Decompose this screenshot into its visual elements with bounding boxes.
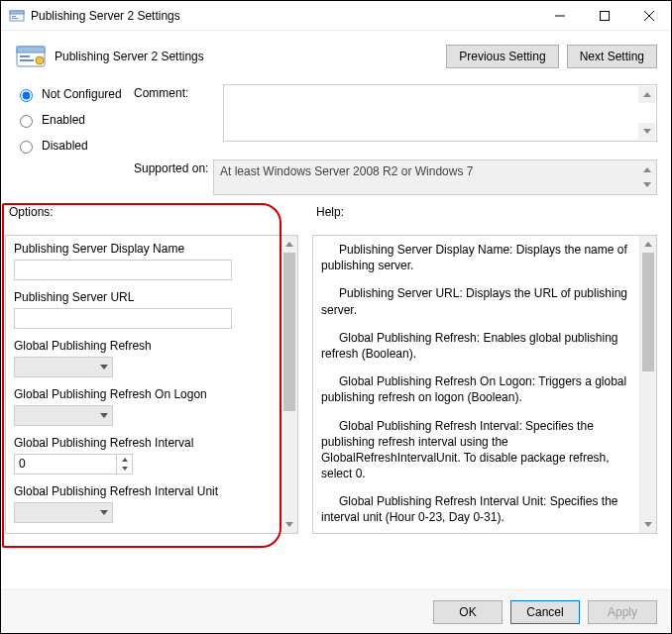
svg-rect-9	[17, 47, 45, 53]
option-group: Global Publishing Refresh	[14, 339, 273, 377]
svg-rect-1	[10, 11, 24, 14]
help-paragraph: Publishing Server URL: Displays the URL …	[321, 285, 631, 317]
state-radio-group: Not Configured Enabled Disabled	[15, 84, 134, 154]
radio-enabled[interactable]: Enabled	[15, 112, 134, 128]
help-label: Help:	[312, 205, 657, 219]
option-label: Publishing Server Display Name	[14, 242, 273, 256]
options-scroll-down[interactable]	[281, 516, 297, 533]
radio-enabled-input[interactable]	[20, 115, 33, 128]
help-panel: Help: Publishing Server Display Name: Di…	[312, 205, 657, 534]
spinner-down-icon[interactable]	[117, 465, 132, 475]
dialog-footer: OK Cancel Apply	[1, 589, 671, 633]
header: Publishing Server 2 Settings Previous Se…	[1, 31, 671, 78]
settings-window: Publishing Server 2 Settings Publishin	[0, 0, 672, 634]
svg-rect-10	[20, 55, 30, 57]
svg-rect-5	[600, 11, 609, 20]
comment-textarea[interactable]	[223, 84, 657, 142]
titlebar: Publishing Server 2 Settings	[1, 1, 671, 31]
options-panel: Options: Publishing Server Display NameP…	[5, 205, 298, 534]
comment-scroll-up[interactable]	[638, 86, 655, 103]
svg-point-12	[36, 56, 44, 64]
close-button[interactable]	[626, 1, 671, 30]
spinner-up-icon[interactable]	[117, 455, 132, 465]
radio-disabled[interactable]: Disabled	[15, 138, 134, 154]
apply-button[interactable]: Apply	[588, 600, 657, 624]
comment-label: Comment:	[134, 84, 223, 154]
options-label: Options:	[5, 205, 298, 219]
options-scroll-thumb[interactable]	[283, 253, 295, 411]
radio-enabled-label: Enabled	[42, 113, 85, 127]
help-paragraph: Global Publishing Refresh Interval Unit:…	[321, 493, 631, 525]
option-group: Publishing Server Display Name	[14, 242, 273, 280]
radio-disabled-label: Disabled	[42, 139, 88, 153]
supported-on-box: At least Windows Server 2008 R2 or Windo…	[213, 159, 657, 195]
next-setting-button[interactable]: Next Setting	[567, 45, 657, 68]
supported-on-text: At least Windows Server 2008 R2 or Windo…	[220, 164, 473, 178]
option-group: Publishing Server URL	[14, 290, 273, 329]
help-scrollbar[interactable]	[639, 236, 656, 533]
radio-disabled-input[interactable]	[20, 141, 33, 154]
options-scroll-up[interactable]	[281, 236, 297, 253]
supported-label: Supported on:	[134, 159, 213, 195]
maximize-button[interactable]	[582, 1, 626, 30]
comment-scroll-down[interactable]	[638, 123, 655, 140]
radio-not-configured[interactable]: Not Configured	[15, 86, 134, 102]
option-label: Global Publishing Refresh Interval	[14, 436, 273, 450]
help-paragraph: Global Publishing Refresh: Enables globa…	[321, 330, 631, 362]
radio-not-configured-input[interactable]	[20, 89, 33, 102]
window-icon	[9, 8, 25, 24]
option-select[interactable]	[14, 405, 113, 426]
option-text-input[interactable]	[14, 260, 232, 280]
option-group: Global Publishing Refresh Interval Unit	[14, 484, 273, 523]
option-group: Global Publishing Refresh On Logon	[14, 387, 273, 426]
svg-rect-11	[20, 59, 34, 61]
option-label: Global Publishing Refresh On Logon	[14, 387, 273, 401]
minimize-button[interactable]	[537, 1, 582, 30]
ok-button[interactable]: OK	[433, 600, 503, 624]
cancel-button[interactable]: Cancel	[510, 600, 580, 624]
option-label: Global Publishing Refresh	[14, 339, 273, 353]
policy-icon	[15, 41, 47, 72]
options-scrollbar[interactable]	[280, 236, 297, 533]
radio-not-configured-label: Not Configured	[42, 87, 122, 101]
option-label: Publishing Server URL	[14, 290, 273, 304]
previous-setting-button[interactable]: Previous Setting	[446, 45, 558, 68]
option-select[interactable]	[14, 357, 113, 377]
supported-scroll-down[interactable]	[638, 176, 655, 193]
svg-rect-2	[12, 16, 16, 17]
svg-rect-3	[12, 18, 18, 19]
option-spinner[interactable]: 0	[14, 454, 133, 475]
window-title: Publishing Server 2 Settings	[31, 9, 537, 23]
option-select[interactable]	[14, 502, 113, 523]
help-paragraph: Publishing Server Display Name: Displays…	[321, 242, 631, 273]
option-text-input[interactable]	[14, 308, 232, 329]
help-scroll-down[interactable]	[640, 516, 656, 533]
option-label: Global Publishing Refresh Interval Unit	[14, 484, 273, 498]
help-scroll-up[interactable]	[640, 236, 656, 253]
help-paragraph: Global Publishing Refresh Interval: Spec…	[321, 418, 631, 482]
option-group: Global Publishing Refresh Interval0	[14, 436, 273, 475]
page-title: Publishing Server 2 Settings	[55, 50, 446, 63]
help-scroll-thumb[interactable]	[642, 253, 654, 371]
help-paragraph: Global Publishing Refresh On Logon: Trig…	[321, 373, 631, 405]
